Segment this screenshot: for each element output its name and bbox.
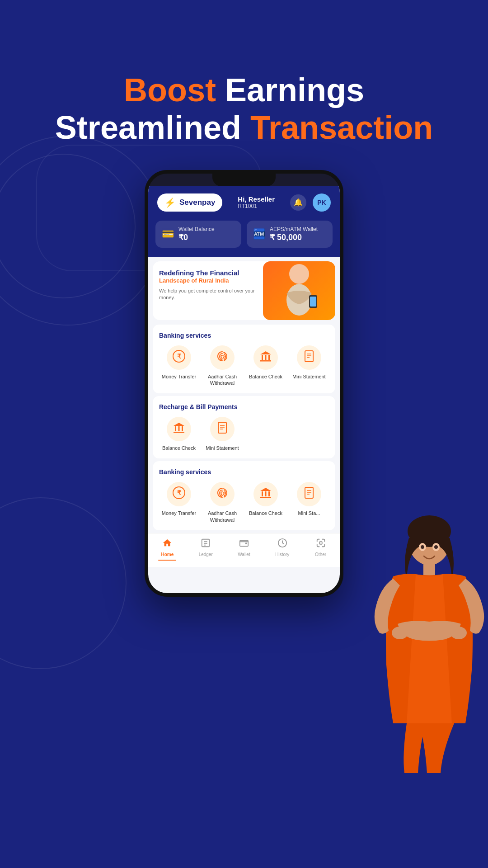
recharge-mini-statement[interactable]: Mini Statement xyxy=(202,417,242,451)
banking-services-section-2: Banking services ₹ Money Transfer xyxy=(153,461,335,530)
service-aadhar-cash[interactable]: Aadhar Cash Withdrawal xyxy=(202,345,242,387)
promo-banner: Redefining The Financial Landscape of Ru… xyxy=(153,261,335,320)
hero-earnings: Earnings xyxy=(216,72,364,108)
nav-home[interactable]: Home xyxy=(148,538,187,561)
aadhar-cash-icon-wrap-2 xyxy=(210,482,235,506)
banking-service-grid: ₹ Money Transfer xyxy=(159,345,329,387)
home-icon xyxy=(162,538,172,550)
balance-check-label: Balance Check xyxy=(249,373,282,380)
recharge-title: Recharge & Bill Payments xyxy=(159,403,329,410)
mini-statement-label-2: Mini Sta... xyxy=(298,510,320,516)
rupee-circle-icon: ₹ xyxy=(173,350,185,365)
logo-icon: ⚡ xyxy=(164,197,176,208)
recharge-section: Recharge & Bill Payments xyxy=(153,396,335,458)
recharge-mini-label: Mini Statement xyxy=(206,445,239,451)
nav-history-label: History xyxy=(275,552,289,557)
recharge-statement-icon-wrap xyxy=(210,417,235,441)
balance-row: 💳 Wallet Balance ₹0 🏧 AEPS/mATM Wallet ₹… xyxy=(148,221,340,257)
service-mini-statement-2[interactable]: Mini Sta... xyxy=(289,482,329,523)
aeps-icon: 🏧 xyxy=(253,228,265,240)
money-transfer-icon-wrap: ₹ xyxy=(167,345,191,370)
service-money-transfer[interactable]: ₹ Money Transfer xyxy=(159,345,199,387)
bank-icon-2 xyxy=(259,486,272,502)
aeps-amount: ₹ 50,000 xyxy=(270,232,318,242)
svg-rect-8 xyxy=(265,355,267,360)
bottom-nav: Home Ledger xyxy=(148,533,340,567)
svg-rect-17 xyxy=(178,426,180,431)
svg-rect-9 xyxy=(268,355,270,360)
ledger-icon xyxy=(201,538,211,550)
balance-check-icon-wrap-2 xyxy=(253,482,278,506)
svg-rect-11 xyxy=(305,351,313,362)
service-aadhar-cash-2[interactable]: Aadhar Cash Withdrawal xyxy=(202,482,242,523)
history-icon xyxy=(277,538,287,550)
nav-home-underline xyxy=(158,560,176,561)
hero-section: Boost Earnings Streamlined Transaction xyxy=(0,0,488,161)
svg-marker-6 xyxy=(260,351,271,354)
banner-image xyxy=(263,261,335,320)
bell-icon[interactable]: 🔔 xyxy=(290,194,306,211)
aadhar-cash-label: Aadhar Cash Withdrawal xyxy=(202,373,242,387)
phone-frame: ⚡ Sevenpay Hi, Reseller RT1001 🔔 PK 💳 W xyxy=(145,170,343,597)
svg-rect-3 xyxy=(310,297,316,307)
mini-statement-label: Mini Statement xyxy=(292,373,325,380)
rupee-circle-icon-2: ₹ xyxy=(173,486,185,502)
banking-services-section: Banking services ₹ Money Transfer xyxy=(153,325,335,394)
svg-rect-18 xyxy=(182,426,183,431)
statement-icon-2 xyxy=(303,486,315,502)
svg-point-45 xyxy=(392,627,408,639)
fingerprint-icon xyxy=(216,350,229,365)
svg-marker-26 xyxy=(260,488,271,491)
balance-check-label-2: Balance Check xyxy=(249,510,282,516)
service-balance-check[interactable]: Balance Check xyxy=(246,345,286,387)
banking-services-title: Banking services xyxy=(159,332,329,339)
fingerprint-icon-2 xyxy=(216,486,229,502)
balance-check-icon-wrap xyxy=(253,345,278,370)
aadhar-cash-icon-wrap xyxy=(210,345,235,370)
header-right: 🔔 PK xyxy=(290,193,331,212)
wallet-icon: 💳 xyxy=(162,228,174,240)
money-transfer-label: Money Transfer xyxy=(162,373,196,380)
nav-other[interactable]: Other xyxy=(301,538,340,561)
hero-streamlined: Streamlined xyxy=(55,109,250,146)
recharge-balance-check-label: Balance Check xyxy=(162,445,196,451)
nav-ledger[interactable]: Ledger xyxy=(187,538,225,561)
logo-text: Sevenpay xyxy=(179,198,215,207)
aeps-label: AEPS/mATM Wallet xyxy=(270,226,318,232)
svg-rect-16 xyxy=(175,426,176,431)
nav-wallet-label: Wallet xyxy=(238,552,250,557)
phone-mockup: ⚡ Sevenpay Hi, Reseller RT1001 🔔 PK 💳 W xyxy=(0,170,488,597)
recharge-balance-icon-wrap xyxy=(167,417,191,441)
mini-statement-icon-wrap xyxy=(297,345,321,370)
header-greeting: Hi, Reseller RT1001 xyxy=(238,195,275,209)
money-transfer-icon-wrap-2: ₹ xyxy=(167,482,191,506)
nav-history[interactable]: History xyxy=(263,538,301,561)
svg-rect-7 xyxy=(262,355,263,360)
wallet-label: Wallet Balance xyxy=(178,226,215,232)
service-mini-statement[interactable]: Mini Statement xyxy=(289,345,329,387)
svg-marker-15 xyxy=(174,423,184,426)
hero-transaction: Transaction xyxy=(250,109,433,146)
banner-title: Redefining The Financial xyxy=(159,269,257,278)
service-balance-check-2[interactable]: Balance Check xyxy=(246,482,286,523)
avatar[interactable]: PK xyxy=(313,193,331,212)
svg-text:₹: ₹ xyxy=(177,489,181,496)
recharge-balance-check[interactable]: Balance Check xyxy=(159,417,199,451)
banking-service-grid-2: ₹ Money Transfer xyxy=(159,482,329,523)
greeting-id: RT1001 xyxy=(238,203,275,209)
bank-icon xyxy=(259,350,272,365)
wallet-balance-card[interactable]: 💳 Wallet Balance ₹0 xyxy=(155,221,241,248)
money-transfer-label-2: Money Transfer xyxy=(162,510,196,516)
svg-rect-20 xyxy=(218,422,226,433)
nav-wallet[interactable]: Wallet xyxy=(225,538,263,561)
svg-rect-28 xyxy=(265,491,267,496)
app-content: ⚡ Sevenpay Hi, Reseller RT1001 🔔 PK 💳 W xyxy=(148,186,340,593)
svg-rect-27 xyxy=(262,491,263,496)
aeps-balance-card[interactable]: 🏧 AEPS/mATM Wallet ₹ 50,000 xyxy=(247,221,333,248)
other-icon xyxy=(316,538,326,550)
service-money-transfer-2[interactable]: ₹ Money Transfer xyxy=(159,482,199,523)
nav-ledger-label: Ledger xyxy=(199,552,213,557)
phone-notch xyxy=(212,174,276,186)
banner-desc: We help you get complete control over yo… xyxy=(159,288,257,302)
wallet-amount: ₹0 xyxy=(178,232,215,242)
